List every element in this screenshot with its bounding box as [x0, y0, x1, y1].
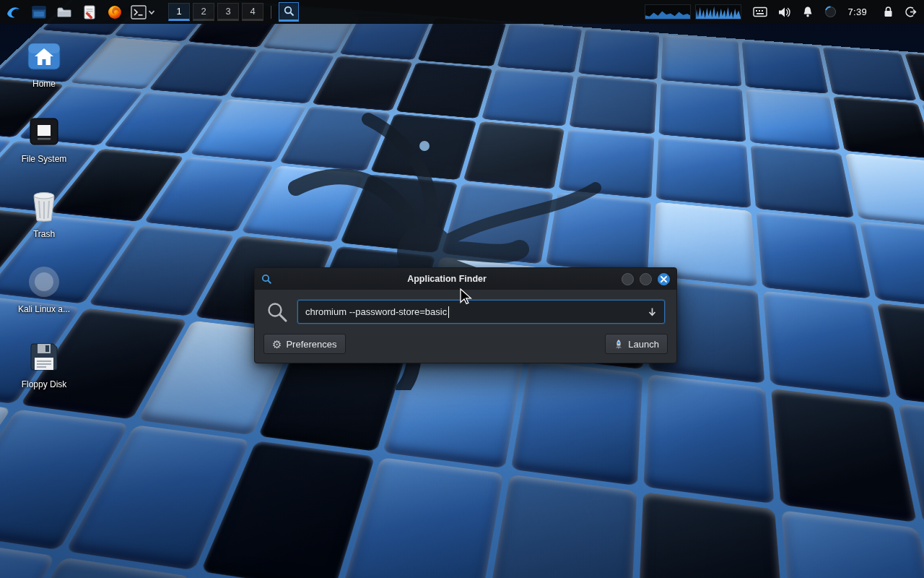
wallpaper-cube [659, 82, 746, 142]
panel-separator [271, 6, 271, 19]
wallpaper-cube [751, 145, 854, 218]
wallpaper-cube [833, 96, 924, 159]
arrow-down-icon [648, 307, 657, 316]
desktop-icon-kali-file[interactable]: Kali Linux a... [12, 264, 76, 314]
desktop-icon-home[interactable]: Home [12, 39, 76, 89]
cpu-graph[interactable] [645, 4, 691, 20]
chevron-down-icon [148, 9, 155, 15]
wallpaper-cube [746, 89, 840, 150]
wallpaper-cube [772, 389, 917, 523]
search-icon [284, 6, 295, 17]
wallpaper-cube [656, 137, 751, 208]
workspace-button-2[interactable]: 2 [193, 3, 214, 21]
launch-button[interactable]: Launch [605, 334, 668, 354]
wallpaper-cube [578, 29, 659, 79]
wallpaper-cube [742, 41, 828, 94]
keyboard-icon[interactable] [753, 7, 767, 17]
wallpaper-cube [764, 291, 892, 398]
desktop-icon-label: Trash [33, 229, 55, 239]
wallpaper-cube [644, 374, 775, 504]
kali-desktop-file-icon [27, 265, 61, 298]
desktop-icon-trash[interactable]: Trash [12, 189, 76, 239]
workspace-button-4[interactable]: 4 [242, 3, 263, 21]
volume-icon[interactable] [778, 7, 791, 18]
top-panel: 1 2 3 4 [0, 0, 924, 24]
wallpaper-cube [823, 47, 917, 100]
wallpaper-cube [845, 153, 924, 228]
preferences-button[interactable]: ⚙ Preferences [263, 334, 346, 354]
desktop-icon-label: Floppy Disk [22, 379, 67, 389]
logout-icon[interactable] [905, 6, 917, 18]
finder-actions: ⚙ Preferences Launch [255, 332, 676, 363]
history-dropdown-button[interactable] [642, 301, 661, 323]
file-system-icon [29, 117, 59, 146]
launch-icon [614, 339, 624, 350]
folder-icon [57, 7, 71, 18]
text-editor-button[interactable] [80, 3, 99, 22]
notifications-bell-icon[interactable] [802, 6, 814, 18]
file-manager-button[interactable] [30, 3, 48, 22]
desktop-icon-floppy[interactable]: Floppy Disk [12, 340, 76, 389]
close-icon [661, 276, 667, 282]
kali-menu-icon [6, 4, 22, 20]
firefox-icon [108, 5, 122, 20]
home-icon [27, 43, 61, 70]
application-finder-window: Application Finder chromium --password-s… [254, 267, 677, 363]
window-icon-search [261, 274, 272, 285]
panel-launchers [4, 3, 155, 22]
network-graph[interactable] [695, 4, 741, 20]
finder-body: chromium --password-store=basic [255, 290, 676, 332]
wallpaper-cube [497, 23, 583, 73]
trash-icon [30, 191, 58, 223]
close-button[interactable] [658, 273, 670, 285]
firefox-button[interactable] [105, 3, 124, 22]
desktop-icon-label: File System [22, 154, 67, 164]
terminal-launcher[interactable] [131, 5, 155, 20]
wallpaper-cube [757, 212, 871, 299]
wallpaper-cube [637, 492, 787, 578]
workspace-switcher: 1 2 3 4 [168, 3, 263, 21]
wallpaper-cube [661, 35, 742, 86]
desktop-icon-list: Home File System Trash [12, 39, 76, 415]
finder-taskbar-button[interactable] [279, 2, 299, 22]
search-icon-large [266, 301, 288, 323]
workspace-button-3[interactable]: 3 [217, 3, 239, 21]
desktop-icon-label: Home [32, 79, 56, 89]
file-manager-icon [32, 6, 46, 19]
text-caret [448, 306, 449, 318]
session-tray [883, 6, 917, 18]
lock-icon[interactable] [883, 6, 894, 18]
floppy-disk-icon [29, 342, 59, 372]
command-input-value: chromium --password-store=basic [305, 306, 447, 317]
gear-icon: ⚙ [272, 339, 282, 350]
workspace-button-1[interactable]: 1 [168, 3, 190, 21]
desktop-icon-file-system[interactable]: File System [12, 114, 76, 164]
window-controls [622, 273, 670, 285]
clock[interactable]: 7:39 [847, 7, 867, 17]
window-title: Application Finder [272, 274, 622, 284]
preferences-label: Preferences [286, 339, 336, 350]
wallpaper-cube [487, 475, 637, 578]
text-editor-icon [83, 5, 96, 20]
terminal-icon [131, 5, 147, 20]
command-input[interactable]: chromium --password-store=basic [297, 300, 665, 324]
minimize-button[interactable] [622, 273, 634, 285]
folder-button[interactable] [55, 3, 74, 22]
maximize-button[interactable] [640, 273, 652, 285]
wallpaper-cube [417, 18, 506, 66]
wallpaper-cube [860, 221, 924, 311]
system-tray: 7:39 [753, 6, 867, 18]
window-titlebar[interactable]: Application Finder [255, 268, 676, 290]
power-meter-icon[interactable] [824, 6, 837, 18]
kali-menu-button[interactable] [4, 3, 23, 22]
desktop-icon-label: Kali Linux a... [18, 304, 70, 314]
launch-label: Launch [628, 339, 659, 350]
